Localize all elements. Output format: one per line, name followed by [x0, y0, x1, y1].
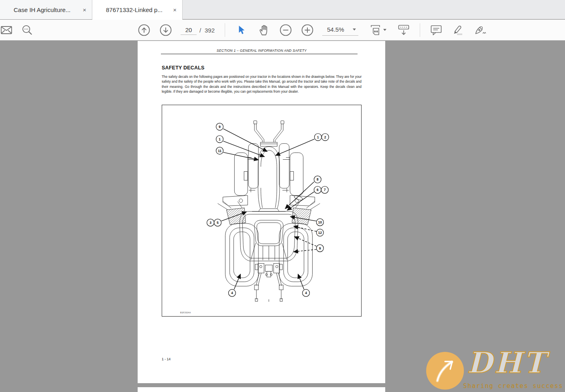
figure-code: BSF3934A: [180, 311, 191, 314]
toolbar: / 392: [0, 20, 565, 41]
highlight-button[interactable]: [451, 24, 464, 36]
fit-width-button[interactable]: [370, 24, 386, 36]
fit-width-icon: [370, 24, 381, 36]
tab-bar: Case IH Agriculture... × 87671332-Linked…: [0, 0, 565, 19]
section-header: SECTION 1 – GENERAL INFORMATION AND SAFE…: [162, 49, 362, 53]
comment-button[interactable]: [431, 24, 442, 35]
page-total: 392: [205, 26, 215, 33]
svg-text:4: 4: [305, 291, 307, 295]
zoom-out-button[interactable]: [280, 24, 292, 36]
svg-text:5: 5: [217, 221, 219, 225]
svg-text:9: 9: [219, 125, 221, 129]
header-rule: [161, 54, 358, 54]
chevron-down-icon: [383, 29, 386, 31]
svg-text:10: 10: [318, 220, 322, 224]
tractor-decal-diagram: 911112867351012944: [162, 105, 361, 316]
svg-text:1: 1: [219, 137, 221, 141]
dock-toolbar-icon: [398, 24, 409, 36]
search-icon: [22, 25, 33, 35]
callout-6: 6: [287, 186, 321, 210]
zoom-out-icon: [280, 24, 292, 36]
dht-logo-circle: [426, 352, 464, 390]
callout-5: 5: [214, 219, 221, 226]
zoom-level-value: 54.5%: [327, 26, 344, 33]
tab-label: 87671332-Linked p...: [106, 6, 163, 13]
svg-text:8: 8: [317, 178, 319, 182]
email-button[interactable]: [1, 26, 12, 34]
svg-text:6: 6: [317, 188, 319, 192]
arrow-up-right-icon: [437, 362, 452, 381]
watermark-brand: DHT: [467, 345, 547, 380]
page-footer-number: 1 - 14: [162, 357, 171, 361]
zoom-in-button[interactable]: [301, 24, 313, 36]
svg-text:1: 1: [317, 135, 319, 139]
tractor-decal-figure: 911112867351012944 BSF3934A: [162, 105, 362, 317]
callout-4: 4: [298, 274, 310, 297]
hand-tool-icon: [258, 24, 269, 36]
callout-7: 7: [321, 186, 328, 193]
chevron-down-icon: [353, 28, 356, 30]
hand-tool-button[interactable]: [258, 24, 269, 36]
callout-9: 9: [216, 123, 267, 152]
page-number-input[interactable]: [181, 25, 197, 35]
page-divider: /: [199, 26, 201, 33]
highlight-icon: [451, 24, 464, 36]
signature-icon: [474, 24, 487, 35]
select-tool-icon: [238, 25, 246, 35]
search-button[interactable]: [22, 25, 33, 35]
comment-icon: [431, 24, 442, 35]
watermark-tagline: Sharing creates success: [463, 382, 565, 390]
svg-text:12: 12: [318, 231, 322, 235]
page-title: SAFETY DECALS: [162, 65, 205, 71]
tab-label: Case IH Agriculture...: [14, 6, 71, 13]
callout-2: 2: [321, 134, 329, 141]
pdf-viewer-canvas: SECTION 1 – GENERAL INFORMATION AND SAFE…: [0, 41, 565, 392]
close-icon[interactable]: ×: [83, 7, 86, 13]
svg-text:2: 2: [324, 135, 326, 139]
callout-9: 9: [294, 237, 324, 252]
pdf-page-current: SECTION 1 – GENERAL INFORMATION AND SAFE…: [138, 41, 385, 383]
zoom-in-icon: [301, 24, 313, 36]
email-icon: [1, 26, 12, 34]
zoom-level-dropdown[interactable]: 54.5%: [322, 24, 358, 36]
page-down-button[interactable]: [160, 24, 172, 36]
toolbar-separator: [225, 23, 225, 37]
page-up-button[interactable]: [138, 24, 150, 36]
select-tool-button[interactable]: [238, 25, 246, 35]
body-paragraph: The safety decals on the following pages…: [162, 74, 362, 94]
tab-case-ih-agriculture[interactable]: Case IH Agriculture... ×: [0, 0, 92, 19]
callout-1: 1: [276, 134, 322, 156]
dock-toolbar-button[interactable]: [398, 24, 409, 36]
svg-text:11: 11: [218, 149, 222, 153]
signature-button[interactable]: [474, 24, 487, 35]
dht-watermark: DHT Sharing creates success: [425, 350, 565, 392]
svg-text:3: 3: [209, 221, 211, 225]
toolbar-separator: [420, 23, 420, 37]
pdf-reader-window: Case IH Agriculture... × 87671332-Linked…: [0, 0, 565, 392]
svg-text:4: 4: [231, 291, 233, 295]
svg-text:9: 9: [319, 246, 321, 250]
svg-text:7: 7: [324, 188, 326, 192]
callout-11: 11: [216, 147, 258, 160]
page-up-icon: [138, 24, 150, 36]
close-icon[interactable]: ×: [173, 7, 177, 13]
page-down-icon: [160, 24, 172, 36]
tab-87671332-linked[interactable]: 87671332-Linked p... ×: [92, 0, 183, 20]
pdf-page-next: [138, 387, 385, 392]
